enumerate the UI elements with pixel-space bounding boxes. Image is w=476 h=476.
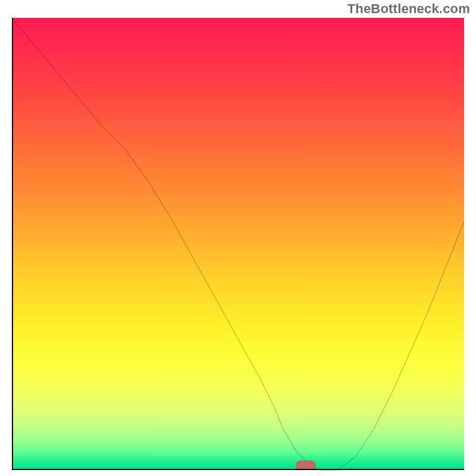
chart-container: TheBottleneck.com (0, 0, 476, 476)
optimal-marker (296, 461, 316, 470)
plot-area (12, 18, 464, 470)
curve-path (12, 18, 464, 470)
watermark-text: TheBottleneck.com (347, 1, 470, 17)
bottleneck-curve (12, 18, 464, 470)
